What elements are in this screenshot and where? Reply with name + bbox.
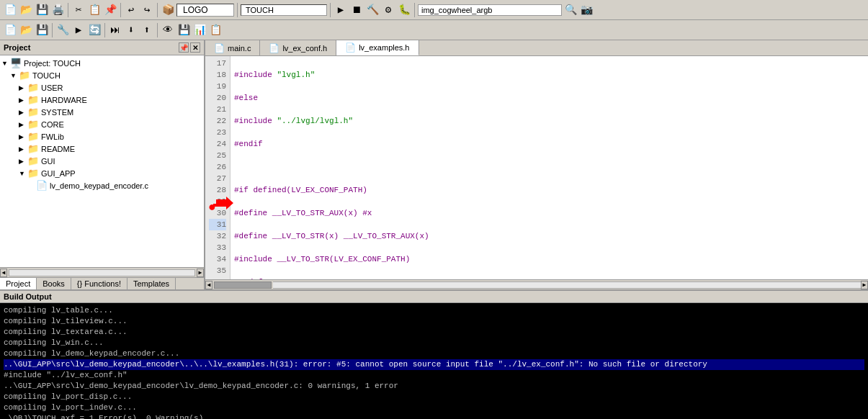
tree-system[interactable]: ▶ 📁 SYSTEM [1, 106, 202, 118]
tree-gui[interactable]: ▶ 📁 GUI [1, 155, 202, 167]
tree-fwlib[interactable]: ▶ 📁 FWLib [1, 130, 202, 143]
file-icon: 📄 [36, 180, 48, 191]
watch-icon[interactable]: 👁 [161, 23, 175, 37]
mem-icon[interactable]: 💾 [176, 23, 191, 37]
scroll-right[interactable]: ▶ [197, 269, 204, 277]
tab-functions[interactable]: {} Functions! [71, 278, 127, 289]
redo-icon[interactable]: ↪️ [140, 3, 154, 17]
new-icon[interactable]: 📄 [3, 3, 17, 17]
build-output[interactable]: compiling lv_table.c... compiling lv_til… [0, 303, 868, 419]
tree-label: README [41, 145, 75, 153]
logo-icon: 📦 [161, 3, 175, 17]
build2-icon[interactable]: ▶ [71, 23, 86, 37]
code-line-20: #endif [234, 138, 864, 150]
folder-open-icon[interactable]: 📂 [19, 3, 33, 17]
stop-icon[interactable]: ⏹ [349, 3, 364, 17]
main-area: Project 📌 ✕ ▼ 🖥️ Project: TOUCH ▼ 📁 [0, 40, 868, 289]
code-line-25: #include __LV_TO_STR(LV_EX_CONF_PATH) [234, 253, 864, 265]
code-line-24: #define __LV_TO_STR(x) __LV_TO_STR_AUX(x… [234, 230, 864, 242]
code-line-21 [234, 161, 864, 173]
zoom-icon[interactable]: 🔍 [563, 3, 578, 17]
tab-templates[interactable]: Templates [127, 278, 176, 289]
scroll-thumb[interactable] [214, 281, 272, 289]
tree-arrow: ▶ [19, 96, 27, 104]
save2-icon[interactable]: 💾 [35, 23, 49, 37]
run-icon[interactable]: ▶ [334, 3, 348, 17]
rebuild-icon[interactable]: 🔄 [87, 23, 102, 37]
project-icon: 🖥️ [10, 58, 22, 68]
scroll-left[interactable]: ◀ [0, 269, 7, 277]
tree-arrow [27, 182, 36, 189]
tree-touch[interactable]: ▼ 📁 TOUCH [1, 69, 202, 81]
build-title: Build Output [4, 292, 52, 301]
folder-icon: 📁 [27, 107, 39, 117]
folder-icon: 📁 [27, 94, 39, 105]
folder-icon: 📁 [27, 131, 39, 142]
tab-lv-ex-conf[interactable]: 📄 lv_ex_conf.h [260, 40, 336, 55]
file-tab-icon: 📄 [214, 43, 225, 53]
code-line-18: #else [234, 92, 864, 104]
tab-books[interactable]: Books [37, 278, 71, 289]
build-icon[interactable]: 🔨 [365, 3, 380, 17]
tab-project[interactable]: Project [0, 278, 37, 289]
sep5 [330, 3, 331, 17]
load-label: LOGO [176, 4, 234, 17]
new2-icon[interactable]: 📄 [3, 23, 17, 37]
debug-icon[interactable]: 🐛 [397, 3, 411, 17]
scroll-track[interactable] [9, 269, 195, 276]
tree-gui-app[interactable]: ▼ 📁 GUI_APP [1, 167, 202, 179]
step-out-icon[interactable]: ⬆ [140, 23, 154, 37]
build-line-6: #include "../lv_ex_conf.h" [4, 371, 127, 379]
tree-readme[interactable]: ▶ 📁 README [1, 143, 202, 155]
pin-button[interactable]: 📌 [179, 42, 189, 53]
app-container: 📄 📂 💾 🖨️ ✂️ 📋 📌 ↩️ ↪️ 📦 LOGO TOUCH ▶ ⏹ 🔨… [0, 0, 868, 419]
settings-icon[interactable]: ⚙️ [381, 3, 395, 17]
undo-icon[interactable]: ↩️ [124, 3, 138, 17]
editor-h-scrollbar[interactable]: ◀ ▶ [205, 279, 868, 289]
tree-user[interactable]: ▶ 📁 USER [1, 81, 202, 94]
tab-main-c[interactable]: 📄 main.c [205, 40, 260, 55]
close-project-panel-button[interactable]: ✕ [190, 42, 200, 53]
compile-icon[interactable]: 🔧 [55, 23, 70, 37]
save-icon[interactable]: 💾 [35, 3, 49, 17]
copy-icon[interactable]: 📋 [87, 3, 102, 17]
code-content[interactable]: #include "lvgl.h" #else #include "../lvg… [231, 56, 868, 279]
camera-icon[interactable]: 📷 [579, 3, 594, 17]
step-over-icon[interactable]: ⏭ [108, 23, 122, 37]
print-icon[interactable]: 🖨️ [50, 3, 65, 17]
folder-icon: 📁 [27, 119, 39, 130]
project-tree[interactable]: ▼ 🖥️ Project: TOUCH ▼ 📁 TOUCH ▶ 📁 USER [0, 55, 204, 267]
paste-icon[interactable]: 📌 [103, 3, 117, 17]
scroll-right[interactable]: ▶ [861, 281, 868, 289]
scroll-left[interactable]: ◀ [205, 281, 212, 289]
tree-arrow: ▶ [19, 109, 27, 116]
file-tab-icon: 📄 [269, 43, 279, 53]
reg-icon[interactable]: 📊 [192, 23, 207, 37]
sep8 [104, 23, 105, 37]
image-field[interactable]: img_cogwheel_argb [418, 4, 562, 16]
project-panel: Project 📌 ✕ ▼ 🖥️ Project: TOUCH ▼ 📁 [0, 40, 205, 289]
tree-root[interactable]: ▼ 🖥️ Project: TOUCH [1, 57, 202, 69]
step-in-icon[interactable]: ⬇ [124, 23, 138, 37]
build-line-4: compiling lv_win.c... [4, 338, 104, 347]
tree-demo-file[interactable]: 📄 lv_demo_keypad_encoder.c [1, 179, 202, 192]
code-line-22: #if defined(LV_EX_CONF_PATH) [234, 184, 864, 196]
h-scrollbar[interactable]: ◀ ▶ [0, 267, 204, 277]
project-title: Project [4, 43, 30, 52]
file-tab-icon: 📄 [345, 42, 356, 53]
tree-hardware[interactable]: ▶ 📁 HARDWARE [1, 94, 202, 106]
tab-label: lv_examples.h [359, 43, 409, 52]
editor-tabs: 📄 main.c 📄 lv_ex_conf.h 📄 lv_examples.h [205, 40, 868, 56]
open2-icon[interactable]: 📂 [19, 23, 33, 37]
build-area: Build Output compiling lv_table.c... com… [0, 289, 868, 419]
cut-icon[interactable]: ✂️ [71, 3, 86, 17]
sep3 [157, 3, 158, 17]
stack-icon[interactable]: 📋 [208, 23, 223, 37]
scroll-track[interactable] [273, 281, 861, 289]
build-error-line: ..\GUI_APP\src\lv_demo_keypad_encoder\..… [4, 359, 864, 370]
tree-arrow: ▶ [19, 121, 27, 128]
tab-lv-examples[interactable]: 📄 lv_examples.h [336, 40, 419, 55]
build-line-1: compiling lv_table.c... [4, 306, 113, 315]
tree-core[interactable]: ▶ 📁 CORE [1, 118, 202, 130]
line-numbers: 1718192021 2223242526 27282930 31 323334… [205, 56, 231, 279]
